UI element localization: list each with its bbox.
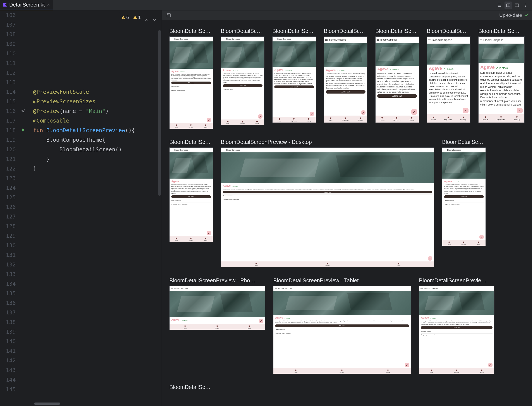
gutter-line-number[interactable]: 138 [0, 318, 20, 327]
code-line[interactable]: @PreviewScreenSizes [20, 97, 96, 106]
view-design-icon[interactable] [513, 1, 521, 9]
gutter-line-number[interactable]: 131 [0, 250, 20, 260]
code-line[interactable] [20, 30, 33, 39]
gutter-line-number[interactable]: 130 [0, 241, 20, 250]
code-line[interactable] [20, 183, 33, 193]
code-line[interactable] [20, 241, 33, 250]
code-line[interactable] [20, 49, 33, 58]
editor-vscrollbar[interactable] [158, 30, 161, 196]
gutter-line-number[interactable]: 143 [0, 365, 20, 375]
gutter-line-number[interactable]: 128 [0, 222, 20, 231]
code-line[interactable] [20, 193, 33, 202]
preview-surface-icon[interactable] [165, 12, 172, 19]
preview-canvas[interactable]: BloomDetailSc… BloomCompose Agave✓ In st… [162, 20, 532, 406]
gutter-run-icon[interactable] [20, 126, 26, 135]
preview-device[interactable]: BloomCompose Agave✓ In stock Lorem ipsum… [221, 147, 434, 267]
preview-device[interactable]: BloomCompose Agave✓ In stock Lorem ipsum… [221, 36, 265, 125]
file-tab[interactable]: DetailScreen.kt [0, 0, 53, 10]
preview-device[interactable]: BloomCompose Agave✓ In stock Lorem ipsum… [324, 36, 368, 123]
preview-device[interactable]: BloomCompose Agave✓ In stock Lorem ipsum… [272, 36, 316, 123]
close-tab-icon[interactable] [47, 3, 50, 6]
gutter-settings-icon[interactable] [20, 106, 26, 116]
code-line[interactable] [20, 174, 33, 183]
code-line[interactable] [20, 78, 33, 87]
code-line[interactable] [20, 269, 33, 279]
gutter-line-number[interactable]: 129 [0, 231, 20, 241]
code-line[interactable] [20, 375, 33, 385]
gutter-line-number[interactable]: 134 [0, 279, 20, 289]
preview-device[interactable]: BloomCompose Agave✓ In stock Lorem ipsum… [375, 36, 419, 123]
gutter-line-number[interactable]: 132 [0, 260, 20, 269]
gutter-line-number[interactable]: 106 [0, 10, 20, 20]
gutter-line-number[interactable]: 110 [0, 49, 20, 58]
gutter-line-number[interactable]: 119 [0, 135, 20, 145]
code-line[interactable] [20, 202, 33, 212]
gutter-line-number[interactable]: 142 [0, 356, 20, 365]
code-line[interactable] [20, 68, 33, 78]
code-editor[interactable]: 6 1 106107108109110111112113114@PreviewF… [0, 10, 162, 406]
preview-device[interactable]: BloomCompose Agave✓ In stock Lorem ipsum… [273, 286, 411, 374]
code-line[interactable] [20, 327, 33, 337]
gutter-line-number[interactable]: 108 [0, 30, 20, 39]
code-line[interactable] [20, 385, 33, 394]
preview-device[interactable]: BloomCompose Agave✓ In stock Home MyPlan… [169, 286, 265, 330]
code-line[interactable]: BloomDetailScreen() [20, 145, 122, 154]
preview-device[interactable]: BloomCompose Agave✓ In stock Lorem ipsum… [478, 36, 525, 123]
gutter-line-number[interactable]: 121 [0, 154, 20, 164]
code-line[interactable]: } [20, 164, 37, 174]
gutter-line-number[interactable]: 113 [0, 78, 20, 87]
gutter-line-number[interactable]: 120 [0, 145, 20, 154]
code-line[interactable] [20, 346, 33, 356]
code-line[interactable] [20, 10, 33, 20]
code-line[interactable] [20, 337, 33, 346]
gutter-line-number[interactable]: 141 [0, 346, 20, 356]
preview-device[interactable]: BloomCompose Agave✓ In stock Lorem ipsum… [169, 36, 213, 129]
code-line[interactable]: fun BloomDetailScreenPreview(){ [20, 126, 135, 135]
preview-device[interactable]: BloomCompose Agave✓ In stock Lorem ipsum… [169, 147, 213, 242]
code-line[interactable] [20, 279, 33, 289]
code-line[interactable]: @Composable [20, 116, 69, 126]
gutter-line-number[interactable]: 107 [0, 20, 20, 30]
gutter-line-number[interactable]: 114 [0, 87, 20, 97]
gutter-line-number[interactable]: 135 [0, 289, 20, 298]
code-line[interactable] [20, 58, 33, 68]
gutter-line-number[interactable]: 139 [0, 327, 20, 337]
preview-device[interactable]: BloomCompose Agave✓ In stock Lorem ipsum… [442, 147, 486, 246]
gutter-line-number[interactable]: 109 [0, 39, 20, 49]
editor-inspection-widget[interactable]: 6 1 [119, 12, 158, 23]
gutter-line-number[interactable]: 133 [0, 269, 20, 279]
more-menu-icon[interactable] [522, 1, 529, 9]
code-line[interactable]: @Preview(name = "Main") [20, 106, 109, 116]
next-highlight-icon[interactable] [153, 15, 156, 19]
view-list-icon[interactable] [496, 1, 503, 9]
editor-hscrollbar[interactable] [34, 403, 60, 405]
code-line[interactable]: } [20, 154, 50, 164]
gutter-line-number[interactable]: 118 [0, 126, 20, 135]
gutter-line-number[interactable]: 115 [0, 97, 20, 106]
code-line[interactable] [20, 212, 33, 222]
preview-device[interactable]: BloomCompose Agave✓ In stock Lorem ipsum… [419, 286, 495, 374]
gutter-line-number[interactable]: 124 [0, 183, 20, 193]
gutter-line-number[interactable]: 137 [0, 308, 20, 318]
gutter-line-number[interactable]: 111 [0, 58, 20, 68]
code-line[interactable]: BloomComposeTheme{ [20, 135, 105, 145]
code-line[interactable] [20, 260, 33, 269]
gutter-line-number[interactable]: 136 [0, 298, 20, 308]
code-line[interactable] [20, 231, 33, 241]
gutter-line-number[interactable]: 140 [0, 337, 20, 346]
code-line[interactable]: @PreviewFontScale [20, 87, 89, 97]
gutter-line-number[interactable]: 117 [0, 116, 20, 126]
code-line[interactable] [20, 39, 33, 49]
warnings-badge-1[interactable]: 6 [121, 13, 129, 22]
gutter-line-number[interactable]: 112 [0, 68, 20, 78]
gutter-line-number[interactable]: 127 [0, 212, 20, 222]
gutter-line-number[interactable]: 125 [0, 193, 20, 202]
code-line[interactable] [20, 308, 33, 318]
gutter-line-number[interactable]: 144 [0, 375, 20, 385]
gutter-line-number[interactable]: 145 [0, 385, 20, 394]
warnings-badge-2[interactable]: 1 [133, 13, 141, 22]
gutter-line-number[interactable]: 123 [0, 174, 20, 183]
code-line[interactable] [20, 298, 33, 308]
gutter-line-number[interactable]: 122 [0, 164, 20, 174]
code-line[interactable] [20, 356, 33, 365]
